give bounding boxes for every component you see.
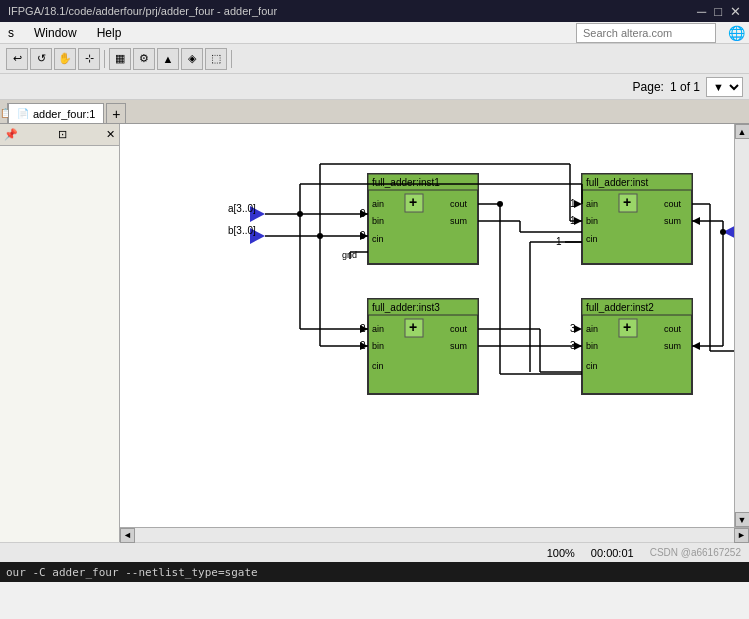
svg-text:sum: sum	[664, 341, 681, 351]
scroll-up-button[interactable]: ▲	[735, 124, 750, 139]
svg-point-97	[497, 201, 503, 207]
panel-close-button[interactable]: ✕	[106, 128, 115, 141]
svg-text:+: +	[409, 319, 417, 335]
search-input[interactable]	[576, 23, 716, 43]
menu-item-window[interactable]: Window	[30, 24, 81, 42]
toolbar-btn-5[interactable]: ▦	[109, 48, 131, 70]
page-of: of	[680, 80, 693, 94]
page-label: Page:	[633, 80, 664, 94]
toolbar-btn-1[interactable]: ↩	[6, 48, 28, 70]
page-dropdown[interactable]: ▼	[706, 77, 743, 97]
scroll-down-button[interactable]: ▼	[735, 512, 750, 527]
block-inst[interactable]: full_adder:inst + ain bin cin cout sum	[582, 174, 692, 264]
svg-text:cin: cin	[372, 361, 384, 371]
toolbar: ↩ ↺ ✋ ⊹ ▦ ⚙ ▲ ◈ ⬚	[0, 44, 749, 74]
svg-marker-90	[574, 342, 582, 350]
minimize-button[interactable]: ─	[697, 4, 706, 19]
svg-text:ain: ain	[586, 199, 598, 209]
svg-text:ain: ain	[372, 199, 384, 209]
toolbar-btn-9[interactable]: ⬚	[205, 48, 227, 70]
svg-text:cout: cout	[664, 324, 682, 334]
toolbar-left: ↩ ↺ ✋ ⊹ ▦ ⚙ ▲ ◈ ⬚	[6, 48, 234, 70]
toolbar-btn-7[interactable]: ▲	[157, 48, 179, 70]
page-toolbar: Page: 1 of 1 ▼	[0, 74, 749, 100]
svg-point-96	[317, 233, 323, 239]
svg-point-95	[297, 211, 303, 217]
menu-item-help[interactable]: Help	[93, 24, 126, 42]
tab-adder-four[interactable]: 📄 adder_four:1	[8, 103, 104, 123]
main-layout: 📌 ⊡ ✕ full_adder:inst1 +	[0, 124, 749, 542]
svg-text:sum: sum	[664, 216, 681, 226]
toolbar-btn-2[interactable]: ↺	[30, 48, 52, 70]
toolbar-separator-1	[104, 50, 105, 68]
canvas-container: full_adder:inst1 + ain bin cin cout sum	[120, 124, 749, 542]
title-bar-text: IFPGA/18.1/code/adderfour/prj/adder_four…	[8, 5, 277, 17]
scroll-left-button[interactable]: ◄	[120, 528, 135, 543]
block-inst1[interactable]: full_adder:inst1 + ain bin cin cout sum	[368, 174, 478, 264]
svg-text:+: +	[409, 194, 417, 210]
svg-marker-91	[692, 217, 700, 225]
elapsed-time: 00:00:01	[591, 547, 634, 559]
pin-a-label: a[3..0]	[228, 203, 256, 214]
block-inst2[interactable]: full_adder:inst2 + ain bin cin cout sum	[582, 299, 692, 394]
svg-text:full_adder:inst3: full_adder:inst3	[372, 302, 440, 313]
svg-text:bin: bin	[372, 341, 384, 351]
svg-text:cout: cout	[450, 324, 468, 334]
tab-icon: 📄	[17, 108, 29, 119]
svg-marker-92	[692, 342, 700, 350]
toolbar-separator-2	[231, 50, 232, 68]
svg-text:cout: cout	[664, 199, 682, 209]
svg-text:sum: sum	[450, 341, 467, 351]
svg-text:sum: sum	[450, 216, 467, 226]
horizontal-scrollbar[interactable]: ◄ ►	[120, 527, 749, 542]
svg-text:cin: cin	[586, 361, 598, 371]
status-bar: 100% 00:00:01 CSDN @a66167252	[0, 542, 749, 562]
maximize-button[interactable]: □	[714, 4, 722, 19]
toolbar-btn-8[interactable]: ◈	[181, 48, 203, 70]
svg-text:bin: bin	[372, 216, 384, 226]
schematic-svg: full_adder:inst1 + ain bin cin cout sum	[120, 124, 734, 527]
svg-text:bin: bin	[586, 216, 598, 226]
svg-text:cin: cin	[372, 234, 384, 244]
left-panel-header: 📌 ⊡ ✕	[0, 124, 119, 146]
vertical-scrollbar[interactable]: ▲ ▼	[734, 124, 749, 527]
scroll-right-button[interactable]: ►	[734, 528, 749, 543]
menu-item-s[interactable]: s	[4, 24, 18, 42]
left-panel: 📌 ⊡ ✕	[0, 124, 120, 542]
svg-text:full_adder:inst: full_adder:inst	[586, 177, 648, 188]
svg-marker-87	[574, 200, 582, 208]
tab-add-button[interactable]: +	[106, 103, 126, 123]
page-total: 1	[693, 80, 700, 94]
close-button[interactable]: ✕	[730, 4, 741, 19]
svg-text:ain: ain	[586, 324, 598, 334]
svg-point-98	[720, 229, 726, 235]
toolbar-btn-6[interactable]: ⚙	[133, 48, 155, 70]
svg-text:full_adder:inst2: full_adder:inst2	[586, 302, 654, 313]
command-bar: our -C adder_four --netlist_type=sgate	[0, 562, 749, 582]
svg-text:bin: bin	[586, 341, 598, 351]
tab-label: adder_four:1	[33, 108, 95, 120]
block-inst3[interactable]: full_adder:inst3 + ain bin cin cout sum	[368, 299, 478, 394]
menu-bar: s Window Help 🌐	[0, 22, 749, 44]
svg-text:full_adder:inst1: full_adder:inst1	[372, 177, 440, 188]
command-text: our -C adder_four --netlist_type=sgate	[6, 566, 258, 579]
svg-marker-89	[574, 325, 582, 333]
svg-text:gnd: gnd	[342, 250, 357, 260]
panel-restore-button[interactable]: ⊡	[58, 128, 67, 141]
canvas-row: full_adder:inst1 + ain bin cin cout sum	[120, 124, 749, 527]
scroll-track-horizontal[interactable]	[135, 528, 734, 542]
globe-icon: 🌐	[728, 25, 745, 41]
svg-text:ain: ain	[372, 324, 384, 334]
title-bar: IFPGA/18.1/code/adderfour/prj/adder_four…	[0, 0, 749, 22]
svg-text:+: +	[623, 194, 631, 210]
svg-marker-88	[574, 217, 582, 225]
toolbar-btn-3[interactable]: ✋	[54, 48, 76, 70]
svg-text:cout: cout	[450, 199, 468, 209]
watermark: CSDN @a66167252	[650, 547, 741, 558]
panel-pin-button[interactable]: 📌	[4, 128, 18, 141]
schematic-canvas[interactable]: full_adder:inst1 + ain bin cin cout sum	[120, 124, 734, 527]
tab-bar: 📋 📄 adder_four:1 +	[0, 100, 749, 124]
zoom-level: 100%	[547, 547, 575, 559]
scroll-track-vertical[interactable]	[735, 139, 749, 512]
toolbar-btn-4[interactable]: ⊹	[78, 48, 100, 70]
